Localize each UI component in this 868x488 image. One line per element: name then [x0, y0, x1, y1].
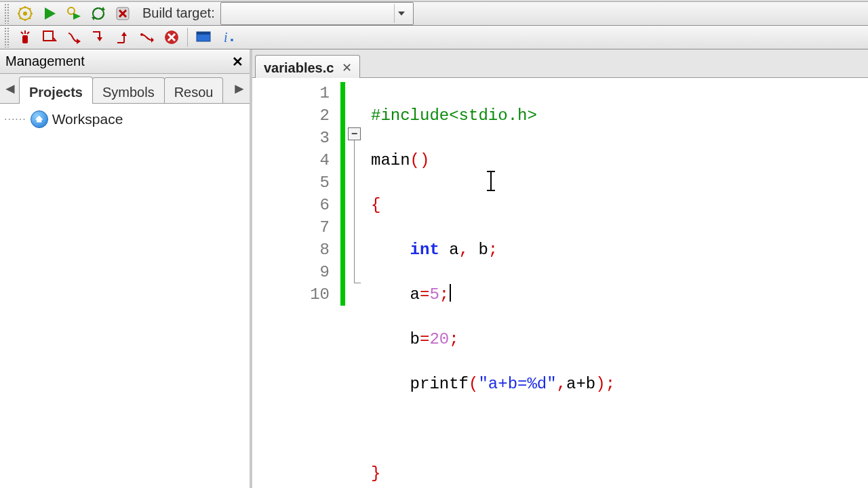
tab-resources[interactable]: Resou: [164, 77, 224, 103]
svg-line-7: [29, 18, 31, 19]
tok-comma: ,: [557, 375, 566, 393]
step-into-button[interactable]: [87, 26, 110, 49]
run-button[interactable]: [38, 2, 61, 25]
svg-marker-22: [97, 37, 102, 41]
build-target-select[interactable]: [220, 2, 414, 25]
svg-line-9: [29, 8, 31, 9]
svg-line-8: [20, 18, 21, 19]
workspace-icon: [31, 110, 48, 128]
build-button[interactable]: [14, 2, 37, 25]
tab-symbols[interactable]: Symbols: [92, 77, 165, 103]
management-panel: Management ✕ ◄ Projects Symbols Resou ► …: [0, 49, 252, 488]
close-icon[interactable]: ✕: [229, 54, 245, 70]
tok-number: 5: [429, 285, 439, 304]
tok-type: int: [410, 241, 439, 259]
line-number: 8: [252, 239, 330, 261]
tree-connector: ······: [4, 113, 26, 125]
step-out-button[interactable]: [111, 26, 134, 49]
chevron-down-icon: [394, 4, 409, 23]
management-titlebar[interactable]: Management ✕: [0, 49, 250, 74]
tok-semi: ;: [449, 330, 458, 348]
fold-column: −: [345, 78, 367, 488]
tok-preprocessor: #include: [371, 106, 449, 125]
stop-debugger-button[interactable]: [160, 26, 183, 49]
code-text[interactable]: #include<stdio.h> main() { int a, b; a=5…: [367, 78, 868, 488]
management-tabstrip: ◄ Projects Symbols Resou ►: [0, 74, 250, 104]
tok-eq: =: [420, 285, 429, 304]
line-number-gutter: 1 2 3 4 5 6 7 8 9 10: [252, 78, 340, 488]
debug-start-button[interactable]: [14, 26, 37, 49]
tok-lparen: (: [469, 375, 478, 393]
line-number: 2: [252, 104, 330, 127]
tok-main: main: [371, 151, 410, 169]
tok-string: "a+b=%d": [478, 375, 556, 393]
toolbar-grip[interactable]: [4, 3, 9, 24]
svg-marker-21: [77, 39, 81, 44]
build-and-run-button[interactable]: [62, 2, 85, 25]
tok-header: <stdio.h>: [449, 106, 537, 125]
info-button[interactable]: i: [216, 26, 239, 49]
close-icon[interactable]: ✕: [340, 62, 353, 74]
tok-expr: a+b: [566, 375, 595, 393]
svg-marker-10: [45, 7, 56, 20]
tab-projects[interactable]: Projects: [19, 77, 93, 104]
svg-marker-23: [121, 32, 127, 36]
editor-area: variables.c ✕ 1 2 3 4 5 6 7 8 9 10 −: [252, 49, 868, 488]
fold-guide: [354, 140, 355, 283]
tok-semi: ;: [488, 241, 498, 259]
tok-semi: ;: [606, 375, 615, 393]
svg-text:i: i: [224, 30, 228, 45]
tok-semi: ;: [439, 285, 449, 304]
abort-button[interactable]: [111, 2, 134, 25]
tab-resources-label: Resou: [174, 85, 214, 100]
svg-rect-20: [43, 31, 53, 41]
svg-marker-24: [151, 37, 154, 43]
tok-eq: =: [420, 330, 429, 348]
next-instruction-button[interactable]: [136, 26, 159, 49]
svg-point-1: [23, 12, 27, 16]
tok-comma: ,: [459, 241, 469, 259]
workspace-label: Workspace: [52, 111, 123, 127]
build-toolbar: Build target:: [0, 2, 868, 26]
line-number: 1: [252, 82, 330, 104]
svg-line-6: [20, 8, 21, 9]
tok-ident: a: [410, 285, 420, 304]
tok-rparen: ): [595, 375, 605, 393]
workspace-node[interactable]: ······ Workspace: [4, 109, 245, 129]
rebuild-button[interactable]: [87, 2, 110, 25]
run-to-cursor-button[interactable]: [38, 26, 61, 49]
editor-tab-title: variables.c: [264, 60, 334, 76]
tok-parens: (): [410, 151, 430, 169]
svg-rect-30: [197, 32, 210, 35]
tab-scroll-right[interactable]: ►: [231, 75, 248, 103]
line-number: 5: [252, 171, 330, 194]
code-editor[interactable]: 1 2 3 4 5 6 7 8 9 10 − #include<stdio.h>…: [252, 78, 868, 488]
line-number: 4: [252, 149, 330, 171]
line-number: 9: [252, 261, 330, 283]
tok-brace-close: }: [371, 464, 380, 483]
tab-scroll-left[interactable]: ◄: [1, 75, 19, 103]
tab-symbols-label: Symbols: [102, 85, 155, 100]
line-number: 6: [252, 194, 330, 216]
svg-marker-12: [73, 13, 81, 20]
debugging-windows-button[interactable]: [192, 26, 215, 49]
tok-number: 20: [429, 330, 449, 348]
build-target-label: Build target:: [142, 5, 215, 21]
toolbar-grip-2[interactable]: [4, 27, 9, 47]
fold-guide-end: [354, 283, 361, 283]
svg-marker-18: [398, 12, 405, 16]
svg-point-32: [231, 39, 233, 41]
line-number: 10: [252, 283, 330, 306]
editor-tab-variables[interactable]: variables.c ✕: [255, 55, 360, 78]
tok-ident: b: [469, 241, 488, 259]
main-split: Management ✕ ◄ Projects Symbols Resou ► …: [0, 49, 868, 488]
editor-tabstrip: variables.c ✕: [252, 49, 868, 78]
tok-brace-open: {: [371, 196, 380, 214]
projects-tree[interactable]: ······ Workspace: [0, 104, 250, 488]
text-caret: [450, 284, 451, 302]
next-line-button[interactable]: [62, 26, 85, 49]
change-marker-bar: [340, 82, 345, 306]
management-title-label: Management: [5, 54, 85, 69]
fold-toggle[interactable]: −: [348, 127, 361, 140]
svg-point-25: [140, 33, 143, 36]
